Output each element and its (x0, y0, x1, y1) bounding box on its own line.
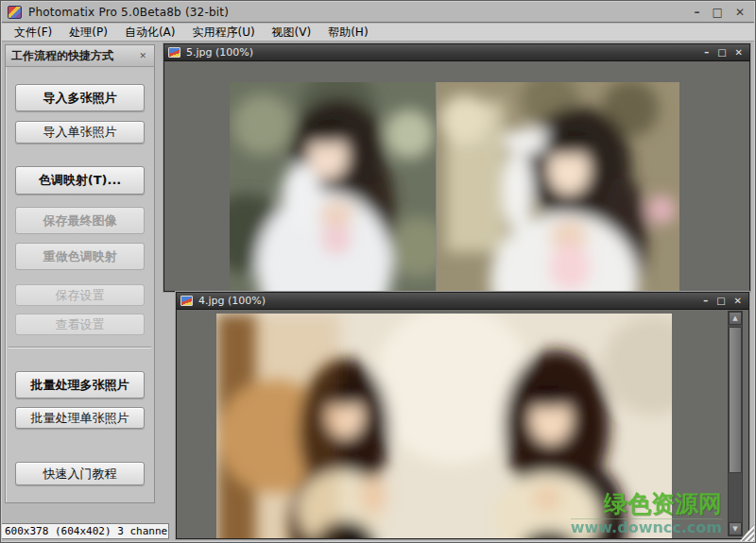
close-button[interactable]: ✕ (734, 296, 742, 306)
batch-bracketed-photos-button[interactable]: 批量处理多张照片 (15, 371, 145, 399)
scroll-up-button[interactable]: ▲ (729, 312, 742, 325)
load-single-photo-button[interactable]: 导入单张照片 (15, 121, 145, 144)
panel-title: 工作流程的快捷方式 (11, 48, 137, 64)
app-icon[interactable] (8, 6, 22, 19)
close-button[interactable]: ✕ (735, 47, 743, 58)
load-bracketed-photos-button[interactable]: 导入多张照片 (15, 84, 145, 111)
photo-4jpg-image (216, 314, 672, 538)
maximize-button[interactable]: □ (717, 47, 726, 58)
menu-file[interactable]: 文件(F) (6, 23, 60, 42)
redo-tone-mapping-button: 重做色调映射 (15, 243, 145, 270)
maximize-button[interactable]: □ (716, 296, 725, 306)
image-window-4jpg-titlebar[interactable]: 4.jpg (100%) – □ ✕ (177, 293, 748, 310)
minimize-button[interactable]: – (704, 47, 709, 58)
image-window-5jpg: 5.jpg (100%) – □ ✕ (163, 43, 750, 292)
status-bar: 600x378 (604x402) 3 channels 8 bits (2, 523, 169, 539)
menu-view[interactable]: 视图(V) (264, 23, 320, 42)
workflow-shortcuts-panel: 工作流程的快捷方式 ✕ 导入多张照片 导入单张照片 色调映射(T)... 保存最… (5, 44, 155, 503)
image-canvas (164, 62, 749, 291)
panel-header: 工作流程的快捷方式 ✕ (6, 45, 154, 67)
scroll-down-button[interactable]: ▼ (729, 522, 742, 535)
quick-start-tutorial-button[interactable]: 快速入门教程 (15, 462, 145, 485)
image-window-5jpg-title: 5.jpg (100%) (186, 46, 704, 59)
menu-bar: 文件(F) 处理(P) 自动化(A) 实用程序(U) 视图(V) 帮助(H) (2, 24, 754, 42)
image-window-4jpg-title: 4.jpg (100%) (198, 295, 703, 307)
minimize-button[interactable]: – (695, 5, 700, 20)
batch-single-photos-button[interactable]: 批量处理单张照片 (15, 407, 145, 429)
panel-close-icon[interactable]: ✕ (137, 50, 148, 61)
window-title: Photomatix Pro 5.0Beta8b (32-bit) (28, 6, 229, 19)
image-window-5jpg-titlebar[interactable]: 5.jpg (100%) – □ ✕ (164, 44, 749, 61)
menu-automate[interactable]: 自动化(A) (116, 23, 184, 42)
tone-mapping-button[interactable]: 色调映射(T)... (15, 166, 145, 195)
view-settings-button: 查看设置 (15, 314, 145, 335)
panel-divider (9, 347, 151, 348)
menu-process[interactable]: 处理(P) (60, 23, 116, 42)
image-file-icon (180, 296, 193, 306)
save-final-image-button: 保存最终图像 (15, 207, 145, 234)
scrollbar-thumb[interactable] (729, 327, 742, 473)
close-button[interactable]: ✕ (735, 5, 745, 20)
photo-5jpg (230, 82, 679, 291)
maximize-button[interactable]: □ (713, 5, 723, 20)
menu-utilities[interactable]: 实用程序(U) (183, 23, 263, 42)
menu-help[interactable]: 帮助(H) (319, 23, 376, 42)
minimize-button[interactable]: – (703, 296, 708, 306)
photo-5jpg-right (437, 82, 679, 291)
image-window-4jpg: 4.jpg (100%) – □ ✕ (176, 292, 749, 539)
title-bar[interactable]: Photomatix Pro 5.0Beta8b (32-bit) – □ ✕ (2, 2, 754, 23)
save-settings-button: 保存设置 (15, 284, 145, 306)
scrollbar-track[interactable] (729, 325, 742, 522)
image-canvas: ▲ ▼ 绿色资源网 www.downcc.com (177, 311, 748, 538)
photo-4jpg (216, 314, 672, 538)
photo-5jpg-left (230, 82, 436, 291)
vertical-scrollbar[interactable]: ▲ ▼ (728, 311, 743, 536)
image-file-icon (168, 47, 180, 58)
photomatix-window: Photomatix Pro 5.0Beta8b (32-bit) – □ ✕ … (0, 0, 756, 543)
